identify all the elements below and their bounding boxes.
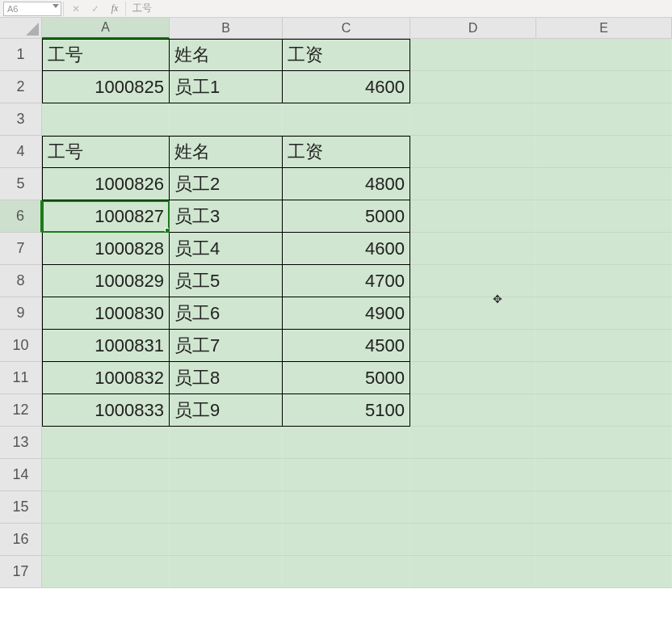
cell-A12[interactable]: 1000833 <box>42 394 170 427</box>
select-all-corner[interactable] <box>0 18 42 39</box>
cell-B8[interactable]: 员工5 <box>170 265 283 297</box>
cell-A2[interactable]: 1000825 <box>42 71 170 103</box>
fx-icon[interactable]: fx <box>106 2 124 16</box>
cell-B16[interactable] <box>170 524 283 556</box>
cell-B12[interactable]: 员工9 <box>170 394 283 427</box>
row-header[interactable]: 6 <box>0 200 42 233</box>
cell-B1[interactable]: 姓名 <box>170 39 283 71</box>
cell-C2[interactable]: 4600 <box>283 71 410 103</box>
cell-B4[interactable]: 姓名 <box>170 136 283 168</box>
cell-D7[interactable] <box>410 233 536 265</box>
cell-B10[interactable]: 员工7 <box>170 330 283 362</box>
cell-C7[interactable]: 4600 <box>283 233 410 265</box>
cell-E10[interactable] <box>536 330 672 362</box>
cell-B13[interactable] <box>170 427 283 459</box>
spreadsheet-grid[interactable]: A B C D E 1 工号 姓名 工资 2 1000825 员工1 4600 … <box>0 18 672 627</box>
confirm-icon[interactable]: ✓ <box>86 2 104 16</box>
col-header-B[interactable]: B <box>170 18 283 39</box>
cell-D12[interactable] <box>410 394 536 427</box>
row-header[interactable]: 1 <box>0 39 42 71</box>
formula-input[interactable] <box>128 2 672 16</box>
row-header[interactable]: 8 <box>0 265 42 297</box>
col-header-C[interactable]: C <box>283 18 410 39</box>
row-header[interactable]: 13 <box>0 427 42 459</box>
cell-A6[interactable]: 1000827 <box>42 200 170 233</box>
row-header[interactable]: 4 <box>0 136 42 168</box>
cell-C15[interactable] <box>283 491 410 524</box>
cell-B14[interactable] <box>170 459 283 491</box>
cell-E4[interactable] <box>536 136 672 168</box>
cell-E14[interactable] <box>536 459 672 491</box>
row-header[interactable]: 12 <box>0 394 42 427</box>
cell-E17[interactable] <box>536 556 672 588</box>
cell-C5[interactable]: 4800 <box>283 168 410 200</box>
row-header[interactable]: 15 <box>0 491 42 524</box>
cell-D14[interactable] <box>410 459 536 491</box>
cell-D5[interactable] <box>410 168 536 200</box>
cell-C8[interactable]: 4700 <box>283 265 410 297</box>
cell-E16[interactable] <box>536 524 672 556</box>
cell-C4[interactable]: 工资 <box>283 136 410 168</box>
cell-B5[interactable]: 员工2 <box>170 168 283 200</box>
cell-D1[interactable] <box>410 39 536 71</box>
row-header[interactable]: 5 <box>0 168 42 200</box>
row-header[interactable]: 10 <box>0 330 42 362</box>
cell-A5[interactable]: 1000826 <box>42 168 170 200</box>
cell-B17[interactable] <box>170 556 283 588</box>
col-header-E[interactable]: E <box>536 18 672 39</box>
cell-D8[interactable] <box>410 265 536 297</box>
cell-B6[interactable]: 员工3 <box>170 200 283 233</box>
cell-B9[interactable]: 员工6 <box>170 297 283 330</box>
cell-D16[interactable] <box>410 524 536 556</box>
cell-E3[interactable] <box>536 103 672 136</box>
row-header[interactable]: 16 <box>0 524 42 556</box>
cell-B11[interactable]: 员工8 <box>170 362 283 394</box>
cell-A4[interactable]: 工号 <box>42 136 170 168</box>
cell-E6[interactable] <box>536 200 672 233</box>
cancel-icon[interactable]: ✕ <box>67 2 85 16</box>
cell-A8[interactable]: 1000829 <box>42 265 170 297</box>
cell-E13[interactable] <box>536 427 672 459</box>
cell-A17[interactable] <box>42 556 170 588</box>
row-header[interactable]: 2 <box>0 71 42 103</box>
cell-B7[interactable]: 员工4 <box>170 233 283 265</box>
cell-D13[interactable] <box>410 427 536 459</box>
cell-E8[interactable] <box>536 265 672 297</box>
row-header[interactable]: 9 <box>0 297 42 330</box>
cell-D2[interactable] <box>410 71 536 103</box>
cell-B2[interactable]: 员工1 <box>170 71 283 103</box>
cell-D9[interactable] <box>410 297 536 330</box>
col-header-A[interactable]: A <box>42 18 170 39</box>
cell-A9[interactable]: 1000830 <box>42 297 170 330</box>
col-header-D[interactable]: D <box>410 18 536 39</box>
cell-E5[interactable] <box>536 168 672 200</box>
cell-E9[interactable] <box>536 297 672 330</box>
row-header[interactable]: 3 <box>0 103 42 136</box>
cell-C1[interactable]: 工资 <box>283 39 410 71</box>
cell-A14[interactable] <box>42 459 170 491</box>
cell-C11[interactable]: 5000 <box>283 362 410 394</box>
cell-A10[interactable]: 1000831 <box>42 330 170 362</box>
name-box-dropdown-icon[interactable] <box>52 4 59 8</box>
row-header[interactable]: 14 <box>0 459 42 491</box>
cell-E15[interactable] <box>536 491 672 524</box>
cell-B15[interactable] <box>170 491 283 524</box>
cell-D10[interactable] <box>410 330 536 362</box>
row-header[interactable]: 7 <box>0 233 42 265</box>
cell-C17[interactable] <box>283 556 410 588</box>
name-box[interactable]: A6 <box>3 2 61 16</box>
cell-B3[interactable] <box>170 103 283 136</box>
cell-D15[interactable] <box>410 491 536 524</box>
cell-E1[interactable] <box>536 39 672 71</box>
cell-C13[interactable] <box>283 427 410 459</box>
cell-E2[interactable] <box>536 71 672 103</box>
cell-D3[interactable] <box>410 103 536 136</box>
cell-C10[interactable]: 4500 <box>283 330 410 362</box>
cell-A13[interactable] <box>42 427 170 459</box>
cell-D6[interactable] <box>410 200 536 233</box>
cell-C16[interactable] <box>283 524 410 556</box>
cell-A3[interactable] <box>42 103 170 136</box>
cell-E11[interactable] <box>536 362 672 394</box>
cell-D4[interactable] <box>410 136 536 168</box>
cell-D11[interactable] <box>410 362 536 394</box>
